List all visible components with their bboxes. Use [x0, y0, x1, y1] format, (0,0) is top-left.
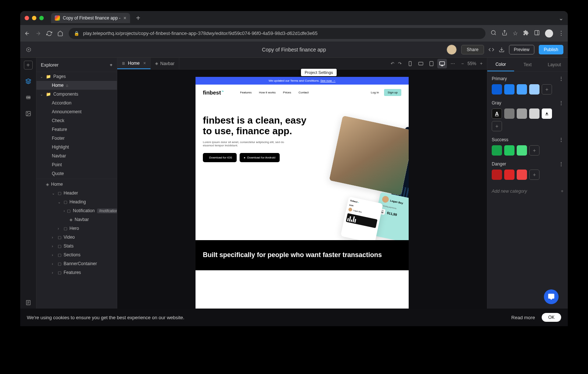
- add-category-row[interactable]: Add new category +: [492, 186, 563, 194]
- new-tab-button[interactable]: +: [133, 14, 143, 22]
- outline-home[interactable]: ◈Home: [36, 180, 117, 189]
- add-category-icon[interactable]: +: [561, 189, 563, 194]
- component-item[interactable]: Announcement: [36, 107, 117, 116]
- color-swatch[interactable]: [529, 108, 539, 119]
- outline-header[interactable]: ⌄▢Header: [36, 189, 117, 197]
- add-color-button[interactable]: +: [542, 84, 552, 95]
- component-item[interactable]: Navbar: [36, 152, 117, 160]
- redo-icon[interactable]: ↷: [398, 61, 402, 66]
- sidepanel-icon[interactable]: [534, 30, 540, 37]
- fill-swatch[interactable]: [542, 108, 552, 119]
- color-swatch[interactable]: [504, 84, 514, 95]
- phone-icon[interactable]: [405, 59, 415, 68]
- zoom-out-button[interactable]: −: [461, 61, 464, 66]
- css-icon[interactable]: CSS: [24, 93, 33, 102]
- category-menu-icon[interactable]: ⋮: [559, 76, 563, 81]
- color-swatch[interactable]: [517, 145, 527, 156]
- home-button[interactable]: [57, 31, 64, 36]
- component-item[interactable]: Feature: [36, 125, 117, 134]
- close-tab-icon[interactable]: ×: [143, 61, 146, 66]
- outline-sections[interactable]: ›▢Sections: [36, 250, 117, 259]
- back-button[interactable]: [24, 31, 31, 36]
- chat-bubble-button[interactable]: [544, 289, 559, 304]
- category-menu-icon[interactable]: ⋮: [559, 137, 563, 142]
- undo-icon[interactable]: ↶: [391, 61, 394, 66]
- page-item-home[interactable]: Home ⌂: [36, 81, 117, 90]
- outline-navbar[interactable]: ◈Navbar: [36, 215, 117, 224]
- add-color-button[interactable]: +: [529, 145, 539, 156]
- forward-button[interactable]: [35, 31, 42, 36]
- outline-hero[interactable]: ›▢Hero: [36, 224, 117, 233]
- nav-link[interactable]: How it works: [259, 91, 276, 94]
- address-bar[interactable]: 🔒 play.teleporthq.io/projects/copy-of-fi…: [69, 28, 485, 39]
- color-swatch[interactable]: [492, 145, 502, 156]
- search-icon[interactable]: [491, 30, 496, 37]
- cookie-read-more-link[interactable]: Read more: [511, 315, 535, 320]
- share-browser-icon[interactable]: [502, 30, 508, 37]
- components-folder[interactable]: ⌄ 📁 Components: [36, 90, 117, 99]
- reload-button[interactable]: [46, 31, 53, 36]
- tablet-landscape-icon[interactable]: [416, 59, 426, 68]
- component-item[interactable]: Quote: [36, 169, 117, 178]
- publish-button[interactable]: Publish: [539, 45, 563, 54]
- tab-text[interactable]: Text: [514, 58, 541, 71]
- component-item[interactable]: Point: [36, 160, 117, 169]
- nav-link[interactable]: Prices: [283, 91, 291, 94]
- app-logo-icon[interactable]: [25, 46, 33, 54]
- window-controls[interactable]: [25, 16, 44, 20]
- share-button[interactable]: Share: [461, 45, 484, 54]
- image-icon[interactable]: [24, 109, 33, 118]
- outline-video[interactable]: ›▢Video: [36, 233, 117, 242]
- bookmark-icon[interactable]: ☆: [513, 30, 518, 37]
- nav-link[interactable]: Contact: [298, 91, 309, 94]
- close-window-icon[interactable]: [25, 16, 29, 20]
- file-tab-home[interactable]: 🗎 Home ×: [117, 58, 151, 69]
- category-menu-icon[interactable]: ⋮: [559, 161, 563, 167]
- color-swatch[interactable]: [517, 108, 527, 119]
- color-swatch[interactable]: [504, 108, 514, 119]
- browser-tab[interactable]: Copy of Finbest finance app - ×: [51, 13, 130, 23]
- outline-features[interactable]: ›▢Features: [36, 268, 117, 277]
- cookie-ok-button[interactable]: OK: [542, 313, 561, 322]
- download-icon[interactable]: [499, 47, 505, 53]
- tab-layout[interactable]: Layout: [541, 58, 568, 71]
- tabs-dropdown-icon[interactable]: ⌄: [559, 15, 563, 22]
- docs-icon[interactable]: [24, 298, 33, 307]
- add-element-button[interactable]: +: [24, 61, 33, 70]
- color-swatch[interactable]: [492, 170, 502, 180]
- page-preview[interactable]: We updated our Terms and Conditions. See…: [196, 77, 409, 319]
- component-item[interactable]: Footer: [36, 134, 117, 143]
- color-swatch[interactable]: [517, 170, 527, 180]
- minimize-window-icon[interactable]: [32, 16, 36, 20]
- signup-button[interactable]: Sign up: [384, 89, 401, 96]
- tab-color[interactable]: Color: [487, 58, 514, 71]
- canvas[interactable]: We updated our Terms and Conditions. See…: [117, 70, 487, 326]
- nav-link[interactable]: Features: [240, 91, 252, 94]
- extensions-icon[interactable]: [523, 30, 529, 37]
- cta-ios-button[interactable]: Download for iOS: [203, 153, 237, 162]
- code-icon[interactable]: [488, 47, 494, 53]
- profile-avatar[interactable]: [545, 29, 553, 38]
- color-swatch[interactable]: [504, 145, 514, 156]
- cta-android-button[interactable]: ▸Download for Android: [240, 153, 280, 162]
- preview-button[interactable]: Preview: [509, 45, 534, 54]
- category-menu-icon[interactable]: ⋮: [559, 100, 563, 106]
- outline-stats[interactable]: ›▢Stats: [36, 242, 117, 250]
- component-item[interactable]: Accordion: [36, 99, 117, 107]
- color-swatch[interactable]: [504, 170, 514, 180]
- add-color-button[interactable]: +: [529, 170, 539, 180]
- file-tab-navbar[interactable]: ◈ Navbar: [151, 58, 179, 69]
- color-swatch[interactable]: [492, 84, 502, 95]
- add-color-button[interactable]: +: [492, 121, 502, 131]
- color-swatch[interactable]: [517, 84, 527, 95]
- zoom-in-button[interactable]: +: [480, 61, 483, 66]
- desktop-icon[interactable]: [437, 59, 447, 68]
- add-page-button[interactable]: +: [110, 62, 112, 68]
- color-swatch[interactable]: [529, 84, 539, 95]
- tablet-icon[interactable]: [427, 59, 436, 68]
- outline-banner[interactable]: ›▢BannerContainer: [36, 259, 117, 268]
- maximize-window-icon[interactable]: [39, 16, 44, 20]
- pages-folder[interactable]: ⌄ 📁 Pages: [36, 72, 117, 81]
- component-item[interactable]: Check: [36, 116, 117, 125]
- more-devices-icon[interactable]: ⋯: [448, 59, 458, 68]
